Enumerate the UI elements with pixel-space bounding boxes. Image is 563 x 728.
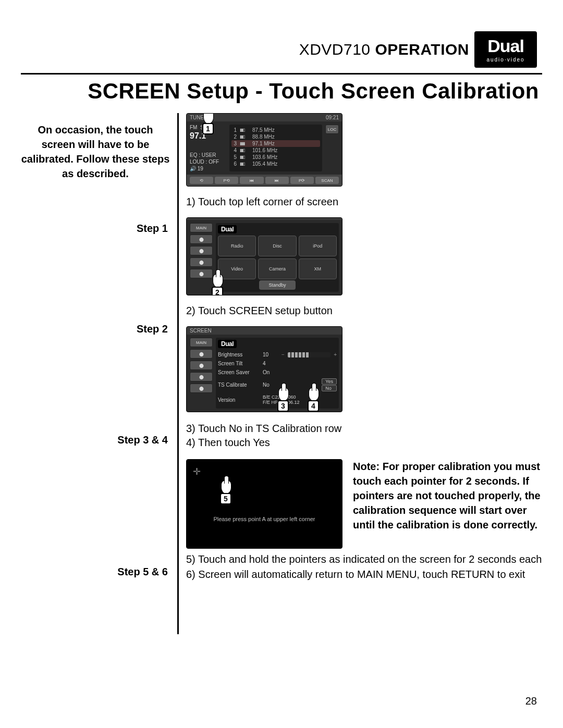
ctrl-2[interactable]: P⟲ <box>215 177 238 184</box>
side-btn-4[interactable]: ⬤ <box>190 257 213 267</box>
dual-logo: Dual audio·video <box>474 31 537 68</box>
minus-icon[interactable]: − <box>282 352 285 357</box>
calibration-note: Note: For proper calibration you must to… <box>353 459 541 532</box>
tuner-band: FM <box>190 125 197 130</box>
vol-value: 19 <box>198 166 203 171</box>
step-5-6-label: Step 5 & 6 <box>21 566 170 578</box>
hand-icon <box>221 480 231 494</box>
screenshot-screen-settings: SCREEN MAIN ⬤ ⬤ ⬤ ⬤ Dual Brightness 10 − <box>186 326 342 412</box>
side-btn-2[interactable]: ⬤ <box>190 235 213 244</box>
right-column: TUNER 09:21 FM ST 97.1 EQ : USER LOUD : … <box>179 113 542 634</box>
page-header: XDVD710 OPERATION Dual audio·video <box>21 31 542 68</box>
main-content: On occasion, the touch screen will have … <box>21 113 542 634</box>
dual-tag: Dual <box>218 225 237 233</box>
calibration-message: Please press point A at upper left corne… <box>187 516 342 522</box>
operation-word: OPERATION <box>375 41 469 58</box>
calibration-screen[interactable]: ✛ Please press point A at upper left cor… <box>187 460 342 548</box>
calibration-cross-icon: ✛ <box>193 466 201 477</box>
tile-video[interactable]: Video <box>218 258 256 279</box>
ctrl-5[interactable]: P⟳ <box>290 177 314 184</box>
preset-list: 1▮▮▯87.5 MHz 2▮▮▯88.8 MHz 3▮▮▮97.1 MHz 4… <box>229 125 322 171</box>
header-text: XDVD710 OPERATION <box>299 41 469 58</box>
settings-panel: Dual Brightness 10 − + Screen Tilt 4 Scr… <box>216 338 339 409</box>
caption-2: 2) Touch SCREEN setup button <box>186 305 542 317</box>
brightness-meter[interactable] <box>288 352 331 357</box>
side-btn-3[interactable]: ⬤ <box>190 246 213 255</box>
plus-icon[interactable]: + <box>334 352 337 357</box>
settings-side-4[interactable]: ⬤ <box>190 372 213 381</box>
tile-xm[interactable]: XM <box>299 258 337 279</box>
tile-radio[interactable]: Radio <box>218 236 256 256</box>
tilt-value: 4 <box>263 361 278 366</box>
vol-icon: 🔊 <box>190 166 196 171</box>
ctrl-3[interactable]: ⏮ <box>240 177 263 184</box>
loc-button[interactable]: LOC <box>325 125 339 134</box>
tile-camera[interactable]: Camera <box>258 258 296 279</box>
eq-value: USER <box>202 152 216 158</box>
caption-6: 6) Screen will automatically return to M… <box>186 567 542 582</box>
step-1-label: Step 1 <box>21 223 170 235</box>
settings-header: SCREEN <box>190 328 212 334</box>
menu-grid: Radio Disc iPod Video Camera XM <box>218 236 337 279</box>
eq-label: EQ <box>190 152 197 158</box>
tile-ipod[interactable]: iPod <box>299 236 337 256</box>
ctrl-4[interactable]: ⏭ <box>265 177 289 184</box>
standby-button[interactable]: Standby <box>259 280 296 290</box>
tuner-st: ST <box>200 125 207 130</box>
tuner-header-left: TUNER <box>190 115 207 120</box>
page-number: 28 <box>525 695 537 707</box>
brightness-value: 10 <box>263 352 278 357</box>
version-b: F/E HPD60.06.12 <box>263 400 300 405</box>
settings-topbar: SCREEN <box>187 327 342 335</box>
ctrl-6[interactable]: SCAN <box>315 177 339 184</box>
caption-3: 3) Touch No in TS Calibration row <box>186 422 542 436</box>
left-column: On occasion, the touch screen will have … <box>21 113 177 634</box>
saver-label: Screen Saver <box>218 369 260 375</box>
version-a: B/E C22.01.060 <box>263 394 300 400</box>
tuner-clock: 09:21 <box>326 115 339 120</box>
menu-side: MAIN ⬤ ⬤ ⬤ ⬤ <box>190 223 213 292</box>
screenshot-main-menu: MAIN ⬤ ⬤ ⬤ ⬤ Dual Radio Disc iPod Video … <box>186 217 342 295</box>
page-title: SCREEN Setup - Touch Screen Calibration <box>21 79 539 104</box>
version-label: Version <box>218 397 260 403</box>
main-button[interactable]: MAIN <box>190 223 213 232</box>
caption-5: 5) Touch and hold the pointers as indica… <box>186 552 542 567</box>
tuner-freq: 97.1 <box>190 131 206 140</box>
screenshot-tuner: TUNER 09:21 FM ST 97.1 EQ : USER LOUD : … <box>186 113 342 187</box>
brightness-label: Brightness <box>218 352 260 357</box>
yes-no-popup: Yes No <box>322 378 337 391</box>
callout-5: 5 <box>218 480 236 503</box>
step-2-label: Step 2 <box>21 323 170 335</box>
side-btn-5[interactable]: ⬤ <box>190 269 213 278</box>
tuner-left-panel: FM ST 97.1 EQ : USER LOUD : OFF 🔊 19 <box>190 125 226 171</box>
logo-main-text: Dual <box>487 37 524 55</box>
tuner-topbar: TUNER 09:21 <box>187 114 342 121</box>
no-button[interactable]: No <box>322 385 337 391</box>
model-number: XDVD710 <box>299 41 371 58</box>
logo-sub-text: audio·video <box>486 57 524 63</box>
tile-disc[interactable]: Disc <box>258 236 296 256</box>
tuner-controls: ⟲ P⟲ ⏮ ⏭ P⟳ SCAN <box>187 175 342 186</box>
header-rule <box>21 73 542 75</box>
settings-side-3[interactable]: ⬤ <box>190 361 213 370</box>
ts-calibrate-value[interactable]: No <box>263 382 278 388</box>
calibration-row: ✛ Please press point A at upper left cor… <box>186 459 542 532</box>
step-3-4-label: Step 3 & 4 <box>21 434 170 446</box>
dual-tag: Dual <box>218 340 237 348</box>
settings-main-button[interactable]: MAIN <box>190 338 213 347</box>
screenshot-calibration: ✛ Please press point A at upper left cor… <box>186 459 342 549</box>
settings-side-2[interactable]: ⬤ <box>190 349 213 359</box>
yes-button[interactable]: Yes <box>322 378 337 385</box>
ctrl-1[interactable]: ⟲ <box>190 177 213 184</box>
settings-side-5[interactable]: ⬤ <box>190 384 213 393</box>
loud-value: OFF <box>209 159 219 165</box>
menu-panel: Dual Radio Disc iPod Video Camera XM Sta… <box>216 223 339 292</box>
saver-value: On <box>263 369 278 375</box>
settings-side: MAIN ⬤ ⬤ ⬤ ⬤ <box>190 338 213 409</box>
caption-4: 4) Then touch Yes <box>186 436 542 450</box>
intro-text: On occasion, the touch screen will have … <box>21 122 170 181</box>
caption-1: 1) Touch top left corner of screen <box>186 196 542 208</box>
loud-label: LOUD <box>190 159 204 165</box>
callout-5-badge: 5 <box>220 493 231 504</box>
final-steps: 5) Touch and hold the pointers as indica… <box>186 552 542 582</box>
